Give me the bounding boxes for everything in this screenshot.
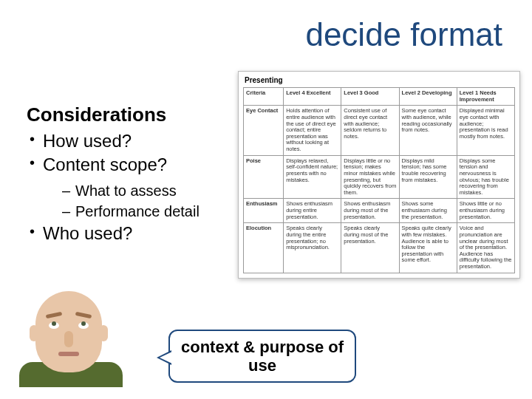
rubric-table: Criteria Level 4 Excellent Level 3 Good … bbox=[243, 87, 515, 273]
cell: Shows some enthusiasm during the present… bbox=[399, 199, 457, 223]
considerations-list: How used? Content scope? What to assess … bbox=[27, 129, 233, 245]
row-label: Poise bbox=[244, 155, 284, 199]
eye-icon bbox=[78, 322, 89, 329]
ear-icon bbox=[99, 325, 108, 341]
bullet-how-used: How used? bbox=[27, 129, 233, 153]
content-scope-sublist: What to assess Performance detail bbox=[43, 180, 233, 222]
cell: Displays little or no tension; makes min… bbox=[341, 155, 399, 199]
row-label: Enthusiasm bbox=[244, 199, 284, 223]
rubric-row-eye-contact: Eye Contact Holds attention of entire au… bbox=[244, 106, 515, 155]
callout-text: context & purpose of use bbox=[177, 338, 347, 375]
person-image bbox=[19, 291, 123, 387]
considerations-heading: Considerations bbox=[27, 103, 233, 126]
sub-what-to-assess: What to assess bbox=[43, 180, 233, 201]
row-label: Elocution bbox=[244, 223, 284, 273]
eyebrow-icon bbox=[46, 312, 63, 318]
cell: Displays relaxed, self-confident nature;… bbox=[284, 155, 341, 199]
row-label: Eye Contact bbox=[244, 106, 284, 155]
considerations-block: Considerations How used? Content scope? … bbox=[27, 103, 233, 245]
person-head bbox=[35, 291, 102, 372]
rubric-row-poise: Poise Displays relaxed, self-confident n… bbox=[244, 155, 515, 199]
cell: Displayed minimal eye contact with audie… bbox=[457, 106, 514, 155]
header-level-2: Level 2 Developing bbox=[399, 88, 457, 106]
cell: Speaks clearly during the entire present… bbox=[284, 223, 341, 273]
ear-icon bbox=[30, 325, 38, 341]
cell: Displays some tension and nervousness is… bbox=[457, 155, 514, 199]
mouth-icon bbox=[58, 352, 79, 356]
cell: Consistent use of direct eye contact wit… bbox=[341, 106, 399, 155]
bullet-content-scope: Content scope? What to assess Performanc… bbox=[27, 153, 233, 221]
eyebrow-icon bbox=[75, 312, 92, 318]
cell: Some eye contact with audience, while re… bbox=[399, 106, 457, 155]
sub-performance-detail: Performance detail bbox=[43, 201, 233, 222]
rubric-image: Presenting Criteria Level 4 Excellent Le… bbox=[238, 71, 520, 279]
cell: Displays mild tension; has some trouble … bbox=[399, 155, 457, 199]
eye-icon bbox=[49, 322, 59, 329]
nose-icon bbox=[64, 331, 73, 347]
slide-title: decide format bbox=[305, 16, 502, 53]
header-level-4: Level 4 Excellent bbox=[284, 88, 341, 106]
cell: Shows enthusiasm during most of the pres… bbox=[341, 199, 399, 223]
bullet-who-used: Who used? bbox=[27, 222, 233, 245]
cell: Shows little or no enthusiasm during pre… bbox=[457, 199, 514, 223]
cell: Speaks clearly during most of the presen… bbox=[341, 223, 399, 273]
rubric-row-enthusiasm: Enthusiasm Shows enthusiasm during entir… bbox=[244, 199, 515, 223]
rubric-row-elocution: Elocution Speaks clearly during the enti… bbox=[244, 223, 515, 273]
cell: Holds attention of entire audience with … bbox=[284, 106, 341, 155]
header-criteria: Criteria bbox=[244, 88, 284, 106]
header-level-1: Level 1 Needs Improvement bbox=[457, 88, 514, 106]
cell: Speaks quite clearly with few mistakes. … bbox=[399, 223, 457, 273]
cell: Shows enthusiasm during entire presentat… bbox=[284, 199, 341, 223]
rubric-title: Presenting bbox=[243, 76, 515, 84]
header-level-3: Level 3 Good bbox=[341, 88, 399, 106]
bullet-content-scope-label: Content scope? bbox=[43, 154, 167, 174]
rubric-header-row: Criteria Level 4 Excellent Level 3 Good … bbox=[244, 88, 515, 106]
speech-callout: context & purpose of use bbox=[168, 330, 356, 383]
cell: Voice and pronunciation are unclear duri… bbox=[457, 223, 514, 273]
